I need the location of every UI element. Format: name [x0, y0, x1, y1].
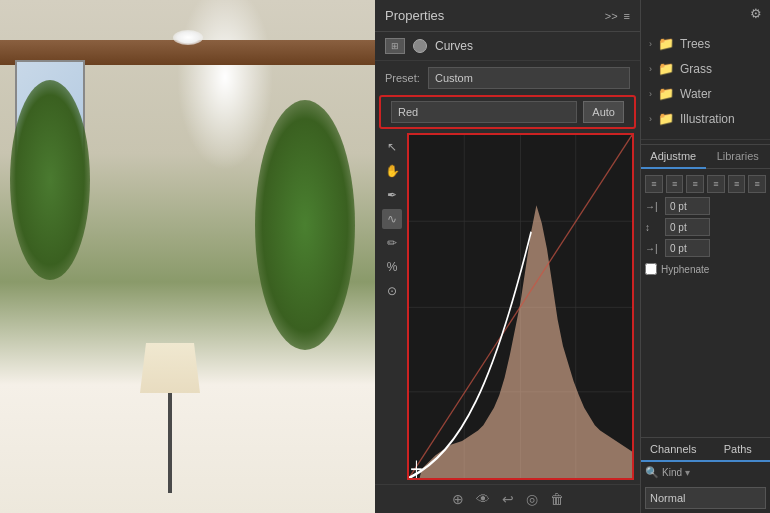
folder-list: › 📁 Trees › 📁 Grass › 📁 Water › 📁 Illust…	[641, 27, 770, 135]
fraction-tool[interactable]: %	[382, 257, 402, 277]
folder-label-trees: Trees	[680, 37, 710, 51]
kind-arrow[interactable]: ▾	[685, 467, 690, 478]
pencil-tool[interactable]: ✏	[382, 233, 402, 253]
tab-channels[interactable]: Channels	[641, 438, 706, 462]
filter-icon[interactable]: ⚙	[746, 4, 766, 23]
hyphenate-row: Hyphenate	[645, 260, 766, 278]
curves-footer: ⊕ 👁 ↩ ◎ 🗑	[375, 484, 640, 513]
pen-tool[interactable]: ✒	[382, 185, 402, 205]
reset-icon[interactable]: ↩	[502, 491, 514, 507]
preset-label: Preset:	[385, 72, 420, 84]
align-center-h[interactable]: ≡	[666, 175, 684, 193]
move-icon[interactable]: ⊕	[452, 491, 464, 507]
indent-icon: →|	[645, 201, 661, 212]
space-before-icon: ↕	[645, 222, 661, 233]
curve-tool[interactable]: ∿	[382, 209, 402, 229]
align-bottom[interactable]: ≡	[748, 175, 766, 193]
hyphenate-checkbox[interactable]	[645, 263, 657, 275]
spacing-row-1: →|	[645, 197, 766, 215]
folder-label-illustration: Illustration	[680, 112, 735, 126]
blend-mode-select[interactable]: Normal Darken Multiply Screen Overlay	[645, 487, 766, 509]
eye-icon[interactable]: 👁	[476, 491, 490, 507]
folder-icon-water: 📁	[658, 86, 674, 101]
space-after-input[interactable]	[665, 239, 710, 257]
folder-icon-trees: 📁	[658, 36, 674, 51]
bottom-tabs: Channels Paths 🔍 Kind ▾ Normal Darken Mu…	[641, 437, 770, 513]
align-row-1: ≡ ≡ ≡ ≡ ≡ ≡	[645, 175, 766, 193]
folder-illustration[interactable]: › 📁 Illustration	[641, 106, 770, 131]
plant-left	[10, 80, 90, 280]
curves-grid-icon: ⊞	[385, 38, 405, 54]
folder-trees[interactable]: › 📁 Trees	[641, 31, 770, 56]
target-tool[interactable]: ⊙	[382, 281, 402, 301]
arrow-illustration: ›	[649, 114, 652, 124]
channel-select[interactable]: Red RGB Green Blue	[391, 101, 577, 123]
ceiling-light	[173, 30, 203, 45]
curves-editor-wrapper: ↖ ✋ ✒ ∿ ✏ % ⊙	[375, 129, 640, 484]
lamp-shade	[140, 343, 200, 393]
indent-input[interactable]	[665, 197, 710, 215]
folder-water[interactable]: › 📁 Water	[641, 81, 770, 106]
channel-row: Red RGB Green Blue Auto	[379, 95, 636, 129]
tab-libraries[interactable]: Libraries	[706, 145, 771, 169]
space-after-icon: →|	[645, 243, 661, 254]
folder-icon-illustration: 📁	[658, 111, 674, 126]
channels-tabs: Channels Paths	[641, 438, 770, 462]
folder-icon-grass: 📁	[658, 61, 674, 76]
curves-canvas[interactable]	[407, 133, 634, 480]
curves-header: ⊞ Curves	[375, 32, 640, 61]
side-panel: ⚙ › 📁 Trees › 📁 Grass › 📁 Water › 📁	[640, 0, 770, 513]
spacing-row-2: ↕	[645, 218, 766, 236]
arrow-grass: ›	[649, 64, 652, 74]
preset-select[interactable]: Custom Default Strong Contrast Linear	[428, 67, 630, 89]
arrow-water: ›	[649, 89, 652, 99]
align-center-v[interactable]: ≡	[728, 175, 746, 193]
preset-row: Preset: Custom Default Strong Contrast L…	[375, 61, 640, 95]
top-icon-row: ⚙	[641, 0, 770, 27]
menu-icon[interactable]: ≡	[624, 10, 630, 22]
divider-1	[641, 139, 770, 140]
adj-tabs: Adjustme Libraries	[641, 144, 770, 169]
properties-panel: Properties >> ≡ ⊞ Curves Preset: Custom …	[375, 0, 640, 513]
pointer-tool[interactable]: ↖	[382, 137, 402, 157]
align-left[interactable]: ≡	[645, 175, 663, 193]
panel-header: Properties >> ≡	[375, 0, 640, 32]
lamp-pole	[168, 393, 172, 493]
expand-icon[interactable]: >>	[605, 10, 618, 22]
tab-paths[interactable]: Paths	[706, 438, 771, 462]
trash-icon[interactable]: 🗑	[550, 491, 564, 507]
folder-label-water: Water	[680, 87, 712, 101]
space-before-input[interactable]	[665, 218, 710, 236]
tab-adjustments[interactable]: Adjustme	[641, 145, 706, 169]
curves-label: Curves	[435, 39, 473, 53]
plant-right	[255, 100, 355, 350]
align-section: ≡ ≡ ≡ ≡ ≡ ≡ →| ↕ →| Hyphenate	[641, 169, 770, 284]
kind-search-row: 🔍 Kind ▾	[641, 462, 770, 483]
kind-label: Kind	[662, 467, 682, 478]
hand-tool[interactable]: ✋	[382, 161, 402, 181]
normal-row: Normal Darken Multiply Screen Overlay	[641, 483, 770, 513]
spacing-row-3: →|	[645, 239, 766, 257]
panel-title: Properties	[385, 8, 444, 23]
visibility-icon[interactable]: ◎	[526, 491, 538, 507]
photo-panel	[0, 0, 375, 513]
align-right[interactable]: ≡	[686, 175, 704, 193]
folder-grass[interactable]: › 📁 Grass	[641, 56, 770, 81]
curves-tools: ↖ ✋ ✒ ∿ ✏ % ⊙	[381, 133, 403, 480]
panel-icons: >> ≡	[605, 10, 630, 22]
curves-circle-icon	[413, 39, 427, 53]
right-area: Properties >> ≡ ⊞ Curves Preset: Custom …	[375, 0, 770, 513]
arrow-trees: ›	[649, 39, 652, 49]
auto-button[interactable]: Auto	[583, 101, 624, 123]
search-icon: 🔍	[645, 466, 659, 479]
folder-label-grass: Grass	[680, 62, 712, 76]
align-top[interactable]: ≡	[707, 175, 725, 193]
hyphenate-label: Hyphenate	[661, 264, 709, 275]
